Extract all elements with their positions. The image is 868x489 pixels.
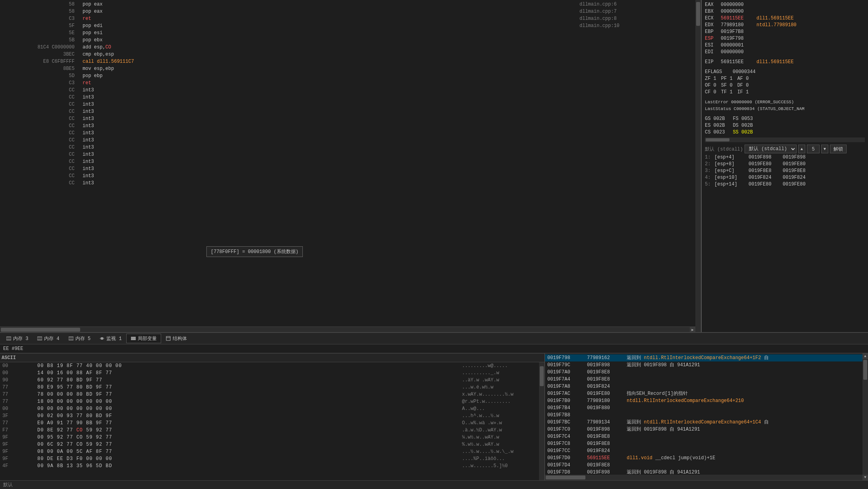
- unlock-button[interactable]: 解锁: [830, 145, 847, 153]
- memory-row[interactable]: 9F80 DE EE D3 F0 00 00 00....%P..ïàôô...: [0, 455, 539, 462]
- memory-v-scrollbar-thumb[interactable]: [540, 366, 544, 386]
- disasm-row[interactable]: C3ret: [0, 79, 695, 87]
- disasm-row[interactable]: CCint3: [0, 115, 695, 122]
- bottom-v-scroll-thumb[interactable]: [863, 360, 867, 380]
- disasm-row[interactable]: E8 C6FBFFFFcall dll1.569111C7: [0, 58, 695, 65]
- disasm-row[interactable]: CCint3: [0, 180, 695, 187]
- seg-cs: CS 0023: [705, 129, 725, 136]
- stack-row[interactable]: 0019F7A00019F8E8: [545, 369, 862, 376]
- stack-row[interactable]: 0019F7B077989180ntdll.RtlInterlockedComp…: [545, 397, 862, 404]
- disasm-row[interactable]: CCint3: [0, 137, 695, 144]
- memory-row[interactable]: 3F00 02 00 93 77 80 BD 9F...h^.w...½.w: [0, 412, 539, 419]
- tab-内存 4[interactable]: 内存 4: [33, 334, 64, 343]
- memory-v-scrollbar[interactable]: [539, 362, 545, 480]
- disasm-row[interactable]: CCint3: [0, 151, 695, 158]
- disasm-row[interactable]: 5Dpop ebp: [0, 72, 695, 79]
- disasm-row[interactable]: 81C4 C0000000add esp,CO: [0, 44, 695, 51]
- flag-pf[interactable]: PF 1: [721, 75, 733, 82]
- eip-comment: dll1.569115EE: [756, 59, 865, 66]
- stack-row[interactable]: 0019F7CC0019F824: [545, 447, 862, 454]
- flag-sf[interactable]: SF 0: [721, 82, 733, 89]
- stack-row[interactable]: 0019F7C00019F898返回到 0019F898 自 941A1291: [545, 426, 862, 433]
- memory-row[interactable]: 0014 00 16 00 88 AF 8F 77.........._.w: [0, 369, 539, 377]
- disasm-row[interactable]: CCint3: [0, 87, 695, 94]
- disasm-row[interactable]: CCint3: [0, 101, 695, 108]
- tab-内存 3[interactable]: 内存 3: [2, 334, 33, 343]
- reg-name: EBP: [705, 29, 721, 35]
- call-arrow-down[interactable]: ▼: [821, 145, 828, 153]
- stack-row[interactable]: 0019F7BC77989134返回到 ntdll.RtlInterlocked…: [545, 419, 862, 426]
- disasm-row[interactable]: CCint3: [0, 108, 695, 115]
- bottom-v-scroll-down[interactable]: ▼: [862, 475, 868, 480]
- stack-row[interactable]: 0019F79877989162返回到 ntdll.RtlInterlocked…: [545, 354, 862, 361]
- memory-row[interactable]: 7780 E9 95 77 80 BD 9F 77...w.é.w½.w: [0, 384, 539, 391]
- tab-监视 1[interactable]: 监视 1: [95, 334, 126, 343]
- disasm-row[interactable]: 8BE5mov esp,ebp: [0, 65, 695, 72]
- flag-df[interactable]: DF 0: [737, 82, 749, 89]
- stack-row[interactable]: 0019F7C40019F8E8: [545, 433, 862, 440]
- memory-icon: [6, 336, 12, 341]
- memory-row[interactable]: 0000 B8 19 8F 77 40 00 00 00.........w@.…: [0, 362, 539, 369]
- memory-row[interactable]: 9F08 00 0A 00 5C AF 8F 77...½.w....½.w.\…: [0, 448, 539, 455]
- tab-结构体[interactable]: 结构体: [161, 334, 191, 343]
- flag-of[interactable]: OF 0: [705, 82, 716, 89]
- reg-h-scrollbar-thumb[interactable]: [706, 138, 729, 141]
- disasm-row[interactable]: CCint3: [0, 158, 695, 165]
- disasm-row[interactable]: 58pop eaxdllmain.cpp:6: [0, 1, 695, 8]
- memory-row[interactable]: 4F00 9A 8B 13 35 96 5D BD...w.......5.]½…: [0, 462, 539, 470]
- stack-h-scrollbar-thumb[interactable]: [546, 475, 585, 479]
- stack-row[interactable]: 0019F7B40019F880: [545, 404, 862, 412]
- stack-row[interactable]: 0019F7D40019F8E8: [545, 462, 862, 469]
- disasm-row[interactable]: CCint3: [0, 129, 695, 137]
- disasm-h-scroll-right[interactable]: ▶: [690, 327, 695, 332]
- tab-内存 5[interactable]: 内存 5: [64, 334, 95, 343]
- flag-tf[interactable]: TF 1: [721, 89, 733, 96]
- disasm-row[interactable]: 5Bpop ebx: [0, 37, 695, 44]
- memory-row[interactable]: 0000 00 00 00 00 00 00 00A..w@...: [0, 405, 539, 412]
- disasm-row[interactable]: 5Epop esi: [0, 29, 695, 37]
- memory-row[interactable]: 9F00 6C 92 77 CO 59 92 77%.w½.w..wAY.w: [0, 441, 539, 448]
- stack-row[interactable]: 0019F7C80019F8E8: [545, 440, 862, 447]
- reg-h-scrollbar[interactable]: [705, 137, 865, 142]
- stack-addr: 0019F7C4: [545, 433, 585, 440]
- stack-row[interactable]: 0019F7B8: [545, 412, 862, 419]
- bottom-v-scrollbar[interactable]: ▲ ▼: [862, 354, 868, 480]
- disasm-row[interactable]: C3retdllmain.cpp:8: [0, 15, 695, 22]
- bottom-v-scroll-up[interactable]: ▲: [862, 354, 868, 359]
- disasm-row[interactable]: 58pop eaxdllmain.cpp:7: [0, 8, 695, 15]
- disasm-v-scrollbar[interactable]: [695, 0, 701, 332]
- disasm-row[interactable]: CCint3: [0, 94, 695, 101]
- stack-row[interactable]: 0019F7D80019F898返回到 0019F898 自 941A1291: [545, 469, 862, 475]
- stack-row[interactable]: 0019F7A80019F824: [545, 383, 862, 390]
- memory-row[interactable]: F7D0 8E 92 77 CO 59 92 77.à.w.½D..wAY.w: [0, 427, 539, 434]
- memory-row[interactable]: 9060 92 77 80 BD 9F 77..àY.w .wAY.w: [0, 377, 539, 384]
- disasm-row[interactable]: CCint3: [0, 122, 695, 129]
- disasm-row[interactable]: CCint3: [0, 144, 695, 151]
- flag-af[interactable]: AF 0: [737, 75, 749, 82]
- memory-row[interactable]: 9F00 95 92 77 CO 59 92 77¼.w½.w..wAY.w: [0, 434, 539, 441]
- stack-val: 0019F8E8: [585, 433, 624, 440]
- disasm-row[interactable]: 3BECcmp ebp,esp: [0, 51, 695, 58]
- memory-row[interactable]: 7718 00 00 00 00 00 00 00@r.wPt.w.......…: [0, 398, 539, 405]
- flag-if[interactable]: IF 1: [737, 89, 749, 96]
- memory-row[interactable]: 7778 00 00 00 80 BD 9F 77x.wAY.w........…: [0, 391, 539, 398]
- stack-h-scrollbar[interactable]: [545, 475, 862, 480]
- tab-局部变量[interactable]: 局部变量: [126, 334, 161, 343]
- call-arrow-up[interactable]: ▲: [798, 145, 805, 153]
- disasm-v-scrollbar-thumb[interactable]: [696, 2, 700, 26]
- disasm-row[interactable]: 5Fpop edidllmain.cpp:10: [0, 22, 695, 29]
- mem-hex: 60 92 77 80 BD 9F 77: [36, 377, 460, 384]
- stack-row[interactable]: 0019F7D0569115EEdll1.void __cdecl jump(v…: [545, 454, 862, 462]
- disasm-addr: E8 C6FBFFFF: [0, 58, 79, 65]
- disasm-row[interactable]: CCint3: [0, 165, 695, 172]
- disasm-h-scrollbar[interactable]: ▶: [0, 327, 695, 332]
- stack-row[interactable]: 0019F79C0019F898返回到 0019F898 自 941A1291: [545, 361, 862, 369]
- call-convention-dropdown[interactable]: 默认 (stdcall): [745, 145, 797, 153]
- disasm-h-scrollbar-thumb[interactable]: [1, 328, 80, 332]
- flag-cf[interactable]: CF 0: [705, 89, 716, 96]
- memory-row[interactable]: 77E0 A0 91 77 90 BB 9F 77O..w%.wà .w».w: [0, 419, 539, 427]
- flag-zf[interactable]: ZF 1: [705, 75, 716, 82]
- stack-row[interactable]: 0019F7AC0019FE80指向SEH_Record[1]的指针: [545, 390, 862, 397]
- stack-row[interactable]: 0019F7A40019F8E8: [545, 376, 862, 383]
- disasm-row[interactable]: CCint3: [0, 172, 695, 180]
